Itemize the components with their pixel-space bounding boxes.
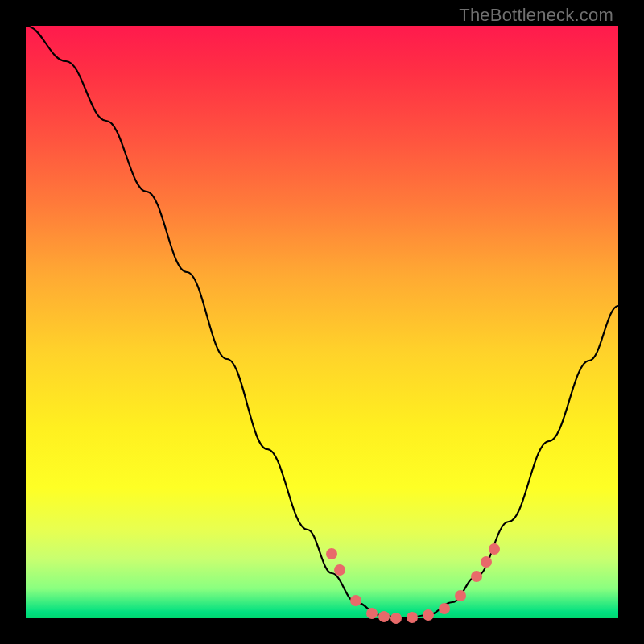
data-marker bbox=[423, 609, 434, 621]
data-markers bbox=[326, 543, 500, 624]
data-marker bbox=[378, 611, 390, 622]
data-marker bbox=[407, 612, 418, 623]
bottleneck-curve bbox=[26, 26, 618, 618]
data-marker bbox=[455, 590, 466, 601]
data-marker bbox=[471, 571, 482, 582]
data-marker bbox=[489, 543, 500, 555]
data-marker bbox=[366, 608, 378, 619]
data-marker bbox=[326, 548, 337, 559]
chart-container: TheBottleneck.com bbox=[0, 0, 644, 644]
watermark-text: TheBottleneck.com bbox=[459, 5, 613, 26]
data-marker bbox=[350, 595, 361, 606]
data-marker bbox=[390, 613, 402, 624]
chart-svg bbox=[26, 26, 618, 618]
data-marker bbox=[439, 603, 450, 614]
data-marker bbox=[481, 556, 492, 568]
data-marker bbox=[334, 564, 345, 576]
